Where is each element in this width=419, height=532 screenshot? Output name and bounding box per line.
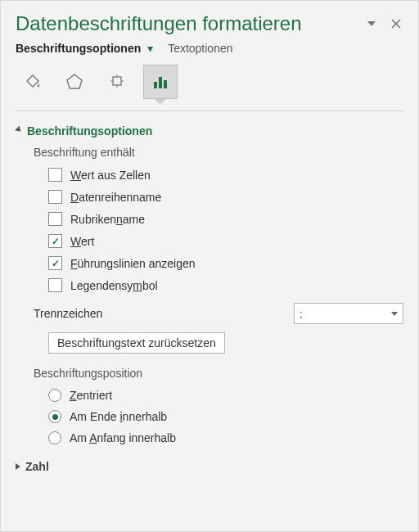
svg-rect-4 bbox=[113, 77, 121, 85]
chevron-down-icon bbox=[391, 312, 398, 316]
svg-marker-3 bbox=[67, 74, 82, 88]
fill-line-icon[interactable] bbox=[16, 65, 48, 97]
size-icon bbox=[107, 71, 127, 91]
svg-marker-0 bbox=[367, 21, 376, 26]
tab-label-options[interactable]: Beschriftungsoptionen ▾ bbox=[16, 42, 153, 55]
section-number-header[interactable]: Zahl bbox=[16, 460, 403, 473]
checkbox-icon bbox=[48, 190, 62, 204]
radio-inside-end[interactable]: Am Ende innerhalb Am Ende innerhalb bbox=[34, 406, 403, 427]
section-label-options-header[interactable]: Beschriftungsoptionen bbox=[16, 124, 403, 138]
separator-row: Trennzeichen Trennzeichen ; bbox=[34, 296, 403, 331]
svg-rect-11 bbox=[164, 80, 167, 88]
close-button[interactable] bbox=[389, 16, 403, 31]
checkbox-icon bbox=[48, 256, 62, 270]
pane-title: Datenbeschriftungen formatieren bbox=[16, 12, 354, 35]
radio-icon bbox=[48, 410, 61, 423]
checkbox-category-name[interactable]: Rubrikenname Rubrikenname bbox=[34, 208, 403, 230]
checkbox-icon bbox=[48, 234, 62, 248]
checkbox-legend-key[interactable]: Legendensymbol Legendensymbol bbox=[34, 274, 403, 296]
section-label-options-body: Beschriftung enthält Wert aus Zellen Wer… bbox=[16, 138, 403, 455]
paint-bucket-icon bbox=[22, 71, 42, 91]
checkbox-icon bbox=[48, 168, 62, 182]
effects-icon[interactable] bbox=[58, 65, 91, 97]
options-body: Beschriftungsoptionen Beschriftung enthä… bbox=[1, 111, 418, 483]
radio-icon bbox=[48, 431, 61, 444]
checkbox-leader-lines[interactable]: Führungslinien anzeigen Führungslinien a… bbox=[34, 252, 403, 274]
checkbox-value[interactable]: Wert Wert bbox=[34, 230, 403, 252]
tab-text-options[interactable]: Textoptionen bbox=[168, 42, 232, 55]
label-position-title: Beschriftungsposition bbox=[34, 367, 403, 380]
separator-select[interactable]: ; bbox=[294, 303, 403, 324]
format-data-labels-pane: Datenbeschriftungen formatieren Beschrif… bbox=[0, 0, 419, 532]
disclosure-triangle-icon bbox=[16, 463, 20, 470]
task-pane-options-button[interactable] bbox=[364, 16, 379, 31]
radio-icon bbox=[48, 389, 61, 402]
reset-label-text-button[interactable]: Beschriftungstext zurücksetzen Beschrift… bbox=[48, 332, 225, 354]
bar-chart-icon bbox=[151, 72, 170, 92]
pentagon-icon bbox=[65, 71, 84, 91]
category-icons bbox=[1, 55, 418, 99]
size-properties-icon[interactable] bbox=[101, 65, 133, 97]
checkbox-series-name[interactable]: Datenreihenname Datenreihenname bbox=[34, 186, 403, 208]
radio-inside-base[interactable]: Am Anfang innerhalb Am Anfang innerhalb bbox=[34, 427, 403, 449]
checkbox-icon bbox=[48, 212, 62, 226]
radio-center[interactable]: Zentriert Zentriert bbox=[34, 385, 403, 406]
svg-rect-9 bbox=[154, 82, 157, 88]
label-contains-title: Beschriftung enthält bbox=[34, 146, 403, 159]
svg-rect-10 bbox=[159, 77, 162, 88]
tab-row: Beschriftungsoptionen ▾ Textoptionen bbox=[1, 42, 418, 55]
chevron-down-icon: ▾ bbox=[147, 42, 153, 55]
label-options-icon[interactable] bbox=[143, 65, 178, 99]
checkbox-value-from-cells[interactable]: Wert aus Zellen Wert aus Zellen bbox=[34, 164, 403, 186]
pane-header: Datenbeschriftungen formatieren bbox=[1, 1, 418, 42]
disclosure-triangle-icon bbox=[15, 126, 23, 134]
checkbox-icon bbox=[48, 278, 62, 292]
